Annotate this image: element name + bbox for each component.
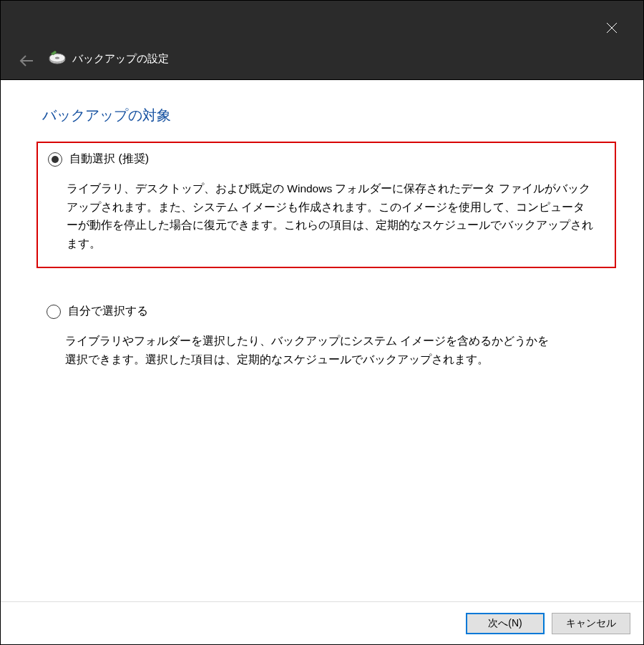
radio-auto-select[interactable]: 自動選択 (推奨) — [48, 152, 605, 167]
radio-label: 自分で選択する — [68, 304, 148, 319]
svg-point-5 — [55, 56, 59, 59]
next-button[interactable]: 次へ(N) — [466, 613, 545, 634]
option-auto-select: 自動選択 (推奨) ライブラリ、デスクトップ、および既定の Windows フォ… — [36, 142, 616, 268]
close-icon — [607, 23, 617, 33]
dialog-title: バックアップの設定 — [72, 52, 169, 66]
backup-icon — [48, 49, 67, 68]
option-manual-select: 自分で選択する ライブラリやフォルダーを選択したり、バックアップにシステム イメ… — [36, 295, 616, 383]
dialog-content: バックアップの対象 自動選択 (推奨) ライブラリ、デスクトップ、および既定の … — [1, 80, 643, 644]
radio-icon — [47, 305, 61, 319]
section-heading: バックアップの対象 — [42, 106, 171, 125]
option-description: ライブラリやフォルダーを選択したり、バックアップにシステム イメージを含めるかど… — [65, 332, 552, 368]
back-arrow-icon — [19, 55, 34, 67]
back-button[interactable] — [16, 51, 36, 71]
radio-manual-select[interactable]: 自分で選択する — [47, 304, 606, 319]
option-description: ライブラリ、デスクトップ、および既定の Windows フォルダーに保存されたデ… — [67, 179, 596, 252]
backup-target-options: 自動選択 (推奨) ライブラリ、デスクトップ、および既定の Windows フォ… — [36, 142, 616, 410]
dialog-footer: 次へ(N) キャンセル — [1, 601, 643, 644]
radio-icon — [48, 152, 62, 167]
cancel-button[interactable]: キャンセル — [552, 613, 630, 634]
titlebar: バックアップの設定 — [0, 0, 644, 80]
close-button[interactable] — [600, 16, 623, 39]
backup-settings-dialog: バックアップの設定 バックアップの対象 自動選択 (推奨) ライブラリ、デスクト… — [0, 0, 644, 645]
radio-label: 自動選択 (推奨) — [69, 152, 149, 167]
